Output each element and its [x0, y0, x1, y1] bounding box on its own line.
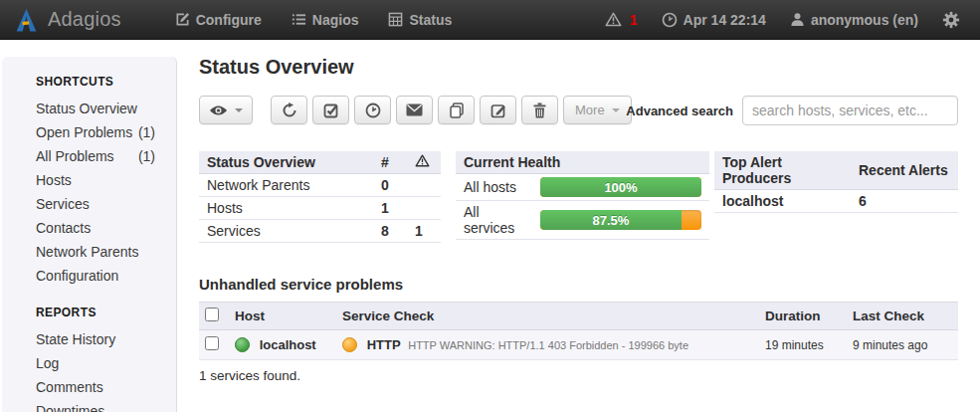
- problem-host-name[interactable]: localhost: [260, 337, 316, 352]
- object-warn-count: 1: [407, 220, 441, 243]
- producer-host-name[interactable]: localhost: [714, 190, 851, 213]
- adagios-logo-icon: [14, 7, 39, 33]
- sidebar-item-comments[interactable]: Comments: [36, 375, 163, 399]
- nav-user-label: anonymous (en): [811, 12, 918, 28]
- row-select-checkbox[interactable]: [205, 336, 219, 350]
- results-count-text: 1 services found.: [199, 368, 300, 383]
- acknowledge-button[interactable]: [312, 96, 349, 124]
- sidebar-item-label: Hosts: [36, 172, 72, 188]
- table-row[interactable]: Services 8 1: [199, 220, 441, 243]
- top-alert-producers-panel: Top Alert Producers Recent Alerts localh…: [714, 151, 958, 213]
- refresh-button[interactable]: [271, 96, 307, 124]
- problem-duration: 19 minutes: [759, 330, 847, 360]
- user-icon: [790, 12, 805, 27]
- copy-button[interactable]: [438, 96, 475, 124]
- alert-count-badge: 1: [630, 12, 638, 28]
- warning-triangle-icon: [605, 12, 622, 27]
- object-count: 1: [373, 197, 407, 220]
- nav-status[interactable]: Status: [376, 2, 464, 38]
- trash-icon: [532, 103, 547, 118]
- sidebar-section-reports: REPORTS: [36, 306, 176, 319]
- sidebar-item-label: Contacts: [36, 220, 91, 236]
- check-square-icon: [323, 103, 339, 118]
- progress-value-label: 87.5%: [592, 213, 629, 228]
- sidebar-item-label: Network Parents: [36, 244, 138, 260]
- sidebar-item-log[interactable]: Log: [36, 351, 163, 375]
- sidebar-item-downtimes[interactable]: Downtimes: [36, 399, 163, 412]
- envelope-icon: [406, 103, 423, 116]
- status-overview-panel: Status Overview # Network Parents: [199, 151, 441, 243]
- search-input[interactable]: [742, 96, 958, 125]
- nav-settings[interactable]: [932, 1, 970, 39]
- object-count: 0: [373, 174, 407, 197]
- sidebar-item-status-overview[interactable]: Status Overview: [36, 97, 163, 120]
- table-row: All services 87.5%: [456, 201, 709, 240]
- brand-home-link[interactable]: Adagios: [0, 7, 135, 33]
- table-row[interactable]: Network Parents 0: [199, 174, 441, 197]
- problem-last-check: 9 minutes ago: [847, 330, 958, 360]
- producer-column-header: Top Alert Producers: [714, 151, 851, 190]
- progress-value-label: 100%: [604, 180, 637, 195]
- health-row-label: All services: [456, 201, 532, 240]
- top-navbar: Adagios Configure: [0, 0, 980, 40]
- sidebar: SHORTCUTS Status Overview Open Problems …: [2, 57, 177, 412]
- edit-button[interactable]: [480, 96, 516, 124]
- object-count: 8: [373, 220, 407, 243]
- sidebar-item-state-history[interactable]: State History: [36, 327, 163, 351]
- clock-icon: [662, 12, 678, 28]
- problems-table: Host Service Check Duration Last Check l…: [199, 302, 958, 360]
- service-column-header: Service Check: [336, 303, 759, 330]
- sidebar-item-configuration[interactable]: Configuration: [36, 264, 163, 288]
- object-type-label: Hosts: [199, 197, 373, 220]
- main-content: Status Overview: [199, 40, 958, 412]
- health-row-label: All hosts: [456, 174, 532, 201]
- page-title: Status Overview: [199, 56, 354, 79]
- sidebar-item-label: All Problems: [36, 148, 114, 164]
- nav-alerts[interactable]: 1: [595, 2, 648, 38]
- nav-datetime[interactable]: Apr 14 22:14: [652, 2, 776, 38]
- notification-button[interactable]: [396, 96, 433, 124]
- nav-datetime-label: Apr 14 22:14: [684, 12, 766, 28]
- sidebar-item-network-parents[interactable]: Network Parents: [36, 240, 163, 264]
- nav-status-label: Status: [409, 12, 452, 28]
- hosts-health-progressbar: 100%: [540, 177, 701, 197]
- nav-user[interactable]: anonymous (en): [780, 2, 928, 38]
- copy-icon: [449, 103, 465, 118]
- more-button[interactable]: More: [563, 96, 632, 124]
- nav-configure[interactable]: Configure: [163, 2, 274, 38]
- schedule-downtime-button[interactable]: [354, 96, 391, 124]
- navbar-menu: Configure Nagios: [163, 2, 465, 38]
- problem-service-name[interactable]: HTTP: [367, 337, 401, 352]
- sidebar-item-all-problems[interactable]: All Problems (1): [36, 144, 163, 168]
- sidebar-item-label: Downtimes: [36, 403, 104, 412]
- sidebar-item-label: Log: [36, 355, 59, 371]
- more-button-label: More: [575, 103, 605, 117]
- object-warn-count: [407, 197, 441, 220]
- problem-service-detail: HTTP WARNING: HTTP/1.1 403 Forbidden - 1…: [408, 339, 688, 351]
- recent-alerts-column-header: Recent Alerts: [851, 151, 958, 190]
- pencil-square-icon: [175, 12, 190, 27]
- all-problems-count: (1): [138, 148, 163, 164]
- sidebar-item-hosts[interactable]: Hosts: [36, 168, 163, 192]
- count-column-header: #: [373, 151, 407, 174]
- sidebar-item-contacts[interactable]: Contacts: [36, 216, 163, 240]
- edit-icon: [490, 103, 506, 118]
- status-panel-title: Status Overview: [199, 151, 373, 174]
- sidebar-item-services[interactable]: Services: [36, 192, 163, 216]
- object-type-label: Network Parents: [199, 174, 373, 197]
- services-health-progressbar: 87.5%: [540, 210, 701, 230]
- table-row[interactable]: localhost 6: [714, 190, 958, 213]
- nav-nagios[interactable]: Nagios: [280, 2, 371, 38]
- navbar-right: 1 Apr 14 22:14 anonymous: [595, 1, 980, 39]
- view-select-button[interactable]: [199, 96, 253, 124]
- sidebar-item-label: State History: [36, 331, 115, 347]
- table-icon: [388, 12, 403, 27]
- sidebar-section-shortcuts: SHORTCUTS: [36, 75, 176, 89]
- sidebar-item-open-problems[interactable]: Open Problems (1): [36, 120, 163, 144]
- duration-column-header: Duration: [759, 303, 847, 330]
- delete-button[interactable]: [521, 96, 558, 124]
- table-row[interactable]: Hosts 1: [199, 197, 441, 220]
- sidebar-item-label: Services: [36, 196, 90, 212]
- select-all-checkbox[interactable]: [205, 308, 219, 321]
- chevron-down-icon: [612, 108, 620, 112]
